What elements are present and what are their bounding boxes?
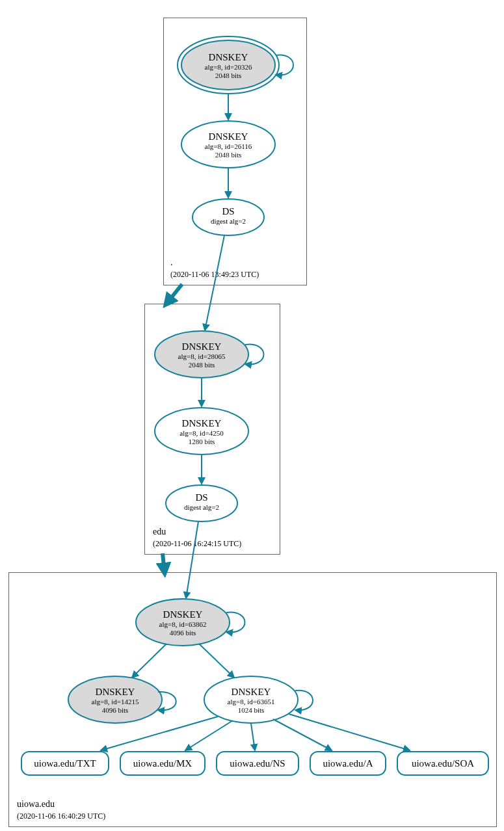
edu-zsk-line1: alg=8, id=4250 xyxy=(179,429,224,437)
uiowa-zsk-line1: alg=8, id=63651 xyxy=(228,698,275,706)
edge-root-to-edu-zone xyxy=(166,284,182,304)
edu-ds-node: DS digest alg=2 xyxy=(166,485,237,521)
uiowa-zsk-node: DNSKEY alg=8, id=63651 1024 bits xyxy=(204,676,298,723)
rrset-soa: uiowa.edu/SOA xyxy=(397,752,488,775)
uiowa-ksk2-node: DNSKEY alg=8, id=14215 4096 bits xyxy=(68,676,162,723)
edu-zsk-title: DNSKEY xyxy=(182,418,222,429)
uiowa-zsk-title: DNSKEY xyxy=(232,687,271,697)
edu-ksk-line1: alg=8, id=28065 xyxy=(178,352,226,360)
root-zsk-node: DNSKEY alg=8, id=26116 2048 bits xyxy=(181,121,275,168)
edge-zsk-ns xyxy=(251,724,255,750)
uiowa-ksk-line2: 4096 bits xyxy=(170,629,196,637)
rrset-ns: uiowa.edu/NS xyxy=(217,752,298,775)
uiowa-ksk2-title: DNSKEY xyxy=(96,687,135,697)
rrset-txt: uiowa.edu/TXT xyxy=(21,752,109,775)
rrset-mx: uiowa.edu/MX xyxy=(120,752,205,775)
edu-ds-title: DS xyxy=(195,492,207,503)
root-ksk-title: DNSKEY xyxy=(209,52,248,62)
svg-text:uiowa.edu/NS: uiowa.edu/NS xyxy=(230,758,285,769)
edge-root-ds-edu-ksk xyxy=(205,235,224,330)
edge-edu-ds-uiowa-ksk xyxy=(186,521,198,598)
svg-text:uiowa.edu/MX: uiowa.edu/MX xyxy=(133,758,192,769)
edge-zsk-soa xyxy=(289,714,410,750)
root-ds-line1: digest alg=2 xyxy=(211,217,246,225)
rrset-a: uiowa.edu/A xyxy=(310,752,386,775)
svg-text:uiowa.edu/A: uiowa.edu/A xyxy=(323,758,373,769)
edu-ksk-title: DNSKEY xyxy=(182,341,222,352)
uiowa-ksk-line1: alg=8, id=63862 xyxy=(159,620,207,628)
svg-text:uiowa.edu/TXT: uiowa.edu/TXT xyxy=(34,758,96,769)
uiowa-ksk-node: DNSKEY alg=8, id=63862 4096 bits xyxy=(136,599,230,646)
root-ksk-node: DNSKEY alg=8, id=20326 2048 bits xyxy=(178,36,279,94)
root-zsk-title: DNSKEY xyxy=(209,131,248,142)
edu-ds-line1: digest alg=2 xyxy=(184,503,219,511)
uiowa-ksk2-line1: alg=8, id=14215 xyxy=(92,698,139,706)
edge-zsk-mx xyxy=(185,720,233,750)
edu-ksk-node: DNSKEY alg=8, id=28065 2048 bits xyxy=(155,331,248,378)
uiowa-zsk-line2: 1024 bits xyxy=(238,706,265,714)
root-zsk-line1: alg=8, id=26116 xyxy=(205,142,252,150)
root-ds-title: DS xyxy=(222,206,234,217)
svg-text:uiowa.edu/SOA: uiowa.edu/SOA xyxy=(412,758,474,769)
edge-uiowa-ksk-zsk xyxy=(199,644,234,678)
uiowa-ksk-title: DNSKEY xyxy=(163,609,203,620)
edge-uiowa-ksk-ksk2 xyxy=(132,644,166,678)
edu-zsk-node: DNSKEY alg=8, id=4250 1280 bits xyxy=(155,408,248,455)
root-zsk-line2: 2048 bits xyxy=(215,151,242,159)
root-ksk-line2: 2048 bits xyxy=(215,72,242,79)
root-ksk-line1: alg=8, id=20326 xyxy=(205,63,252,71)
edge-edu-to-uiowa-zone xyxy=(163,553,165,572)
root-ds-node: DS digest alg=2 xyxy=(192,199,264,235)
edu-zsk-line2: 1280 bits xyxy=(189,438,215,445)
edu-ksk-line2: 2048 bits xyxy=(189,361,215,369)
uiowa-ksk2-line2: 4096 bits xyxy=(102,706,129,714)
